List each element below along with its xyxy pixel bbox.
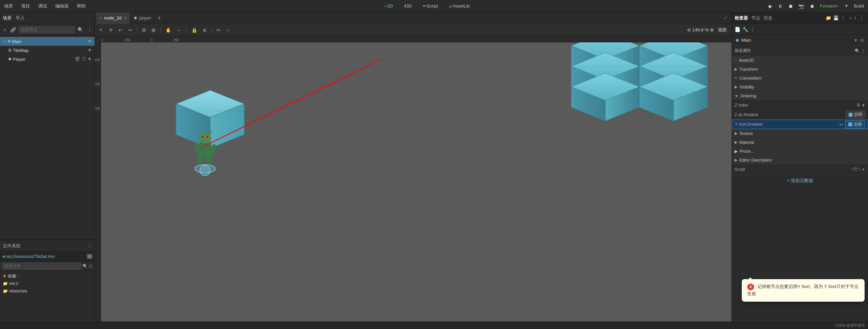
mode-3d[interactable]: 43D	[401, 3, 415, 9]
inspector-icon-1[interactable]: 📄	[735, 27, 740, 32]
tree-item-tilemap[interactable]: ⊞ TileMap 👁	[0, 46, 95, 55]
node-options-icon[interactable]: ⊞	[860, 38, 864, 43]
filesystem-filter-icon[interactable]: 🔍	[83, 264, 88, 269]
mode-script[interactable]: ✏Script	[420, 3, 440, 9]
node-tool[interactable]: ○	[225, 27, 231, 33]
statusbar: CSDN @龙中骑王	[0, 321, 868, 329]
section-material[interactable]: ▶ Material	[732, 138, 868, 147]
section-node2d[interactable]: ○ Node2D	[732, 56, 868, 65]
stop-button[interactable]: ⏹	[787, 3, 794, 10]
filesystem-filter-options[interactable]: ⊡	[89, 264, 92, 269]
menu-help[interactable]: 帮助	[75, 2, 87, 10]
tree-item-main[interactable]: ▼ Main 👁	[0, 37, 95, 46]
fs-item-res[interactable]: 📁 res://	[3, 280, 92, 287]
add-node-button[interactable]: +	[2, 26, 8, 33]
more-options-icon[interactable]: ⋮	[86, 26, 93, 33]
section-editor-desc[interactable]: ▶ Editor Description	[732, 156, 868, 165]
lock-tool[interactable]: 🔒	[190, 27, 199, 33]
section-material-label: Material	[739, 140, 754, 145]
paint-tool[interactable]: ✏	[215, 27, 222, 33]
folder-icon[interactable]: 📁	[826, 15, 831, 20]
play-button[interactable]: ▶	[767, 3, 774, 10]
mode-assetlib[interactable]: ↙AssetLib	[446, 3, 473, 9]
tab-player[interactable]: ✱ player	[130, 12, 155, 24]
scale-tool[interactable]: ↪	[126, 27, 134, 33]
inspector-icon-2[interactable]: 🔧	[742, 27, 748, 32]
expand-editor-button[interactable]: ⤢	[721, 15, 730, 20]
tab-inspector[interactable]: 检查器	[735, 15, 748, 21]
tilemap-node-icons: 👁	[88, 48, 92, 53]
tilemap-visibility-icon[interactable]: 👁	[88, 48, 92, 53]
view-menu[interactable]: 视图	[716, 26, 729, 34]
tab-nodes[interactable]: 节点	[751, 15, 760, 21]
script-value: <空> ▼	[782, 166, 865, 172]
build-button[interactable]: Build	[853, 3, 865, 9]
player-visibility-icon[interactable]: 👁	[88, 57, 92, 61]
rotate-tool[interactable]: ↩	[117, 27, 124, 33]
filter-search-icon[interactable]: 🔍	[855, 49, 860, 53]
collapse-icon[interactable]: ▼	[854, 38, 858, 43]
zoom-tool[interactable]: ↔	[175, 27, 183, 33]
visibility-icon[interactable]: 👁	[88, 39, 92, 44]
new-tab-button[interactable]: +	[155, 15, 163, 21]
mode-2d[interactable]: ⌐2D	[382, 3, 395, 9]
zoom-out-button[interactable]: ⊖	[687, 27, 691, 32]
ordering-section-icon: ▼	[735, 94, 738, 98]
filter-label: 筛选属性	[735, 48, 853, 54]
y-sort-reset-icon[interactable]: ↩	[839, 122, 843, 127]
section-canvasitem[interactable]: ✏ CanvasItem	[732, 74, 868, 83]
viewport-area[interactable]: -500 -250 0 250 100 200 180	[95, 36, 732, 321]
select-tool[interactable]: ↖	[98, 27, 105, 33]
z-index-dropdown[interactable]: ▼	[862, 103, 865, 107]
link-button[interactable]: 🔗	[9, 26, 17, 33]
filter-icon[interactable]: 🔍	[76, 26, 85, 33]
fs-item-favorites[interactable]: ★ 收藏：	[3, 272, 92, 280]
grid-tool[interactable]: ⊞	[140, 27, 148, 33]
menu-editor[interactable]: 编辑器	[54, 2, 70, 10]
fs-item-resources[interactable]: 📁 resources	[3, 287, 92, 295]
section-visibility[interactable]: ▶ Visibility	[732, 83, 868, 92]
camera-button[interactable]: 📷	[797, 3, 806, 10]
filesystem-filter-input[interactable]	[2, 263, 81, 270]
save-icon[interactable]: 💾	[833, 15, 839, 20]
section-transform[interactable]: ▶ Transform	[732, 65, 868, 74]
tab-node2d[interactable]: ○ node_2d ✕	[96, 12, 130, 24]
player-anim-icon[interactable]: 🎬	[75, 57, 80, 61]
y-sort-checkbox[interactable]: ✓ 启用	[845, 121, 865, 128]
pan-tool[interactable]: ✋	[164, 27, 173, 33]
add-metadata-button[interactable]: + 添加元数据	[732, 174, 868, 187]
section-ordering[interactable]: ▼ Ordering	[732, 92, 868, 100]
nav-forward[interactable]: ›	[853, 15, 857, 21]
tab-node2d-close[interactable]: ✕	[124, 16, 127, 20]
snap-tool[interactable]: ⊠	[150, 27, 157, 33]
tab-scene[interactable]: 场景	[3, 15, 12, 21]
tab-import[interactable]: 导入	[16, 15, 25, 21]
filesystem-options[interactable]: ⊞	[87, 254, 92, 259]
prop-script: Script <空> ▼	[732, 165, 868, 174]
section-texture[interactable]: ▶ Texture	[732, 129, 868, 138]
path-back-icon[interactable]: ◀	[2, 254, 5, 259]
nav-more[interactable]: ⋮	[858, 15, 865, 21]
filesystem-more[interactable]: ⋮	[87, 243, 92, 248]
pause-button[interactable]: ⏸	[777, 3, 784, 10]
menu-scene[interactable]: 场景	[3, 2, 14, 10]
script-dropdown[interactable]: ▼	[862, 167, 865, 172]
tree-item-player[interactable]: ✱ Player 🎬 🎵 👁	[0, 55, 95, 64]
filter-nodes-input[interactable]	[19, 26, 75, 33]
main-layout: 场景 导入 + 🔗 🔍 ⋮ ▼ Main 👁 ⊞ TileMap	[0, 12, 868, 321]
more-icon[interactable]: ⋮	[841, 15, 845, 20]
anchor-tool[interactable]: ⊕	[201, 27, 208, 33]
zoom-in-button[interactable]: ⊕	[710, 27, 714, 32]
player-audio-icon[interactable]: 🎵	[81, 57, 86, 61]
z-relative-checkbox[interactable]: ✓ 启用	[845, 111, 865, 119]
filter-options-icon[interactable]: ⋮	[861, 49, 865, 53]
prop-y-sort: Y Sort Enabled ↩ ✓ 启用	[732, 120, 868, 129]
nav-back[interactable]: ‹	[849, 15, 852, 21]
record-button[interactable]: ⏺	[808, 3, 816, 10]
menu-debug[interactable]: 调试	[37, 2, 48, 10]
inspector-icon-3[interactable]: ⋮	[750, 27, 755, 32]
move-tool[interactable]: ✛	[107, 27, 115, 33]
menu-project[interactable]: 项目	[20, 2, 31, 10]
section-process[interactable]: ▶ Proce...	[732, 147, 868, 156]
tab-history[interactable]: 历史	[764, 15, 772, 21]
